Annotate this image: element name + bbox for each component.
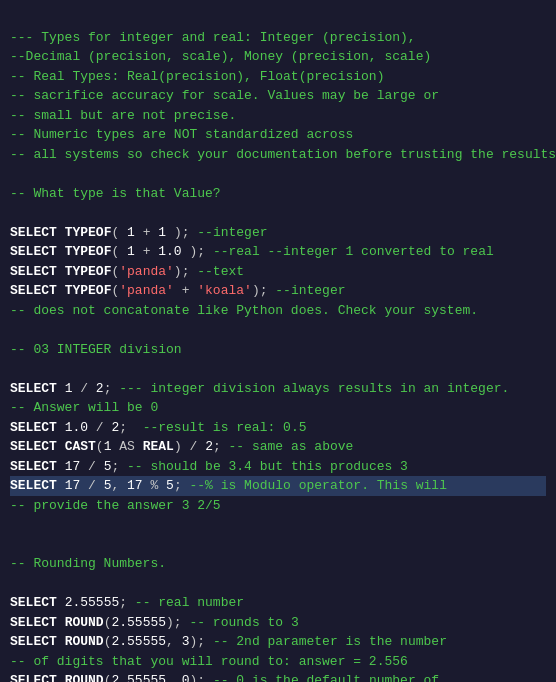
plain-token <box>57 459 65 474</box>
keyword-token: SELECT <box>10 225 57 240</box>
code-line <box>10 164 546 184</box>
number-token: 1 <box>127 244 135 259</box>
keyword-token: SELECT <box>10 420 57 435</box>
code-line: --- Types for integer and real: Integer … <box>10 28 546 48</box>
code-line: SELECT CAST(1 AS REAL) / 2; -- same as a… <box>10 437 546 457</box>
comment-token: -- real number <box>135 595 244 610</box>
plain-token: ( <box>96 439 104 454</box>
comment-text: --- Types for integer and real: Integer … <box>10 30 416 45</box>
number-token: 17 <box>65 459 81 474</box>
comment-token: --real --integer 1 converted to real <box>213 244 494 259</box>
comment-text: -- sacrifice accuracy for scale. Values … <box>10 88 439 103</box>
code-line: SELECT 17 / 5, 17 % 5; --% is Modulo ope… <box>10 476 546 496</box>
number-token: 1 <box>158 225 166 240</box>
code-line <box>10 203 546 223</box>
keyword-token: SELECT <box>10 283 57 298</box>
plain-token: ( <box>111 244 127 259</box>
code-line <box>10 320 546 340</box>
number-token: 2 <box>205 439 213 454</box>
function-token: ROUND <box>65 673 104 682</box>
plain-token: ) / <box>174 439 205 454</box>
comment-token: --integer <box>275 283 345 298</box>
code-line: -- Rounding Numbers. <box>10 554 546 574</box>
plain-token: % <box>143 478 166 493</box>
plain-token: / <box>80 478 103 493</box>
code-line: -- 03 INTEGER division <box>10 340 546 360</box>
plain-token: ); <box>252 283 275 298</box>
code-line <box>10 535 546 555</box>
comment-text: -- What type is that Value? <box>10 186 221 201</box>
keyword-token: SELECT <box>10 439 57 454</box>
number-token: 17 <box>65 478 81 493</box>
keyword-token: REAL <box>143 439 174 454</box>
function-token: ROUND <box>65 615 104 630</box>
keyword-token: SELECT <box>10 595 57 610</box>
comment-token: --result is real: 0.5 <box>143 420 307 435</box>
code-line: -- Answer will be 0 <box>10 398 546 418</box>
keyword-token: SELECT <box>10 615 57 630</box>
code-line: SELECT 17 / 5; -- should be 3.4 but this… <box>10 457 546 477</box>
plain-token: ); <box>182 244 213 259</box>
code-line: SELECT ROUND(2.55555, 3); -- 2nd paramet… <box>10 632 546 652</box>
plain-token: ); <box>174 264 197 279</box>
code-line: SELECT 2.55555; -- real number <box>10 593 546 613</box>
number-token: 2 <box>96 381 104 396</box>
keyword-token: SELECT <box>10 381 57 396</box>
code-line: SELECT ROUND(2.55555, 0); -- 0 is the de… <box>10 671 546 682</box>
code-line: -- Real Types: Real(precision), Float(pr… <box>10 67 546 87</box>
code-line: SELECT 1.0 / 2; --result is real: 0.5 <box>10 418 546 438</box>
plain-token: ); <box>166 615 189 630</box>
comment-text: --Decimal (precision, scale), Money (pre… <box>10 49 431 64</box>
number-token: 2.55555 <box>111 615 166 630</box>
code-editor: --- Types for integer and real: Integer … <box>0 0 556 682</box>
number-token: 1 <box>127 225 135 240</box>
plain-token: ( <box>111 225 127 240</box>
function-token: CAST <box>65 439 96 454</box>
plain-token <box>57 478 65 493</box>
plain-token: ; <box>174 478 190 493</box>
number-token: 1.0 <box>158 244 181 259</box>
code-line: -- sacrifice accuracy for scale. Values … <box>10 86 546 106</box>
comment-token: -- should be 3.4 but this produces 3 <box>127 459 408 474</box>
plain-token: / <box>72 381 95 396</box>
function-token: TYPEOF <box>65 225 112 240</box>
number-token: 2.55555 <box>111 673 166 682</box>
code-line: -- does not concatonate like Python does… <box>10 301 546 321</box>
code-line: -- small but are not precise. <box>10 106 546 126</box>
comment-token: -- 0 is the default number of <box>213 673 439 682</box>
plain-token <box>57 264 65 279</box>
plain-token <box>57 634 65 649</box>
string-token: 'panda' <box>119 283 174 298</box>
comment-text: -- small but are not precise. <box>10 108 236 123</box>
code-line: SELECT TYPEOF('panda'); --text <box>10 262 546 282</box>
number-token: 5 <box>166 478 174 493</box>
plain-token <box>57 420 65 435</box>
plain-token <box>57 595 65 610</box>
code-line: -- of digits that you will round to: ans… <box>10 652 546 672</box>
comment-text: -- Numeric types are NOT standardized ac… <box>10 127 353 142</box>
comment-text: -- Answer will be 0 <box>10 400 158 415</box>
plain-token: ; <box>213 439 229 454</box>
keyword-token: SELECT <box>10 264 57 279</box>
comment-token: -- same as above <box>229 439 354 454</box>
code-line: -- Numeric types are NOT standardized ac… <box>10 125 546 145</box>
plain-token <box>57 225 65 240</box>
plain-token <box>57 381 65 396</box>
keyword-token: SELECT <box>10 459 57 474</box>
function-token: TYPEOF <box>65 244 112 259</box>
code-line <box>10 359 546 379</box>
number-token: 2.55555 <box>65 595 120 610</box>
comment-text: -- Rounding Numbers. <box>10 556 166 571</box>
plain-token: , <box>166 673 182 682</box>
plain-token: , <box>166 634 182 649</box>
plain-token: + <box>174 283 197 298</box>
code-line: SELECT TYPEOF('panda' + 'koala'); --inte… <box>10 281 546 301</box>
function-token: ROUND <box>65 634 104 649</box>
comment-token: -- 2nd parameter is the number <box>213 634 447 649</box>
code-line: -- all systems so check your documentati… <box>10 145 546 165</box>
comment-text: -- does not concatonate like Python does… <box>10 303 478 318</box>
code-line: SELECT TYPEOF( 1 + 1 ); --integer <box>10 223 546 243</box>
plain-token <box>57 439 65 454</box>
plain-token <box>57 673 65 682</box>
keyword-token: SELECT <box>10 478 57 493</box>
